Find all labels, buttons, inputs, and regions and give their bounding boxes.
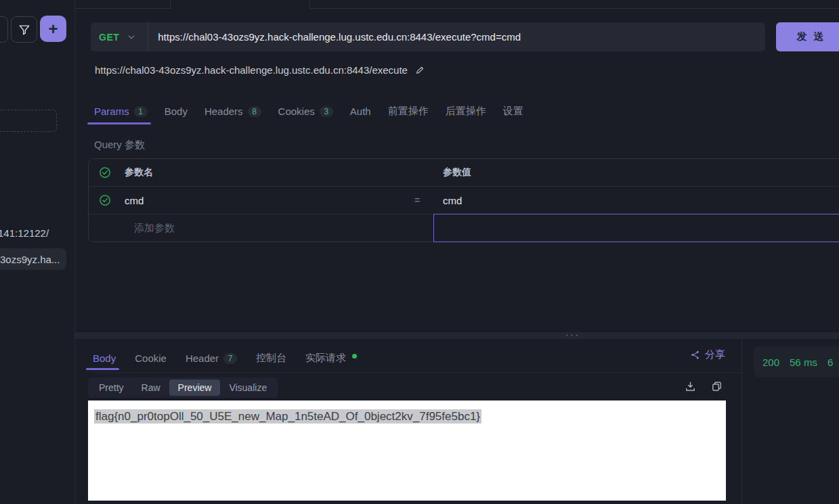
query-params-table: 参数名 参数值 cmd = cmd 添加参数 xyxy=(88,158,839,242)
resolved-url-row: https://chal03-43ozs9yz.hack-challenge.l… xyxy=(95,64,425,76)
add-param-placeholder[interactable]: 添加参数 xyxy=(121,222,424,235)
response-body-preview[interactable]: flag{n0_pr0topOll_50_U5E_new_Map_1n5teAD… xyxy=(88,400,726,501)
param-name-cell[interactable]: cmd xyxy=(121,195,414,206)
filter-icon xyxy=(18,24,30,36)
view-mode-pretty[interactable]: Pretty xyxy=(90,380,133,396)
resp-tab-console[interactable]: 控制台 xyxy=(256,352,286,365)
response-time: 56 ms xyxy=(790,357,817,368)
table-header-row: 参数名 参数值 xyxy=(89,159,839,187)
tab-post-actions[interactable]: 后置操作 xyxy=(446,105,486,118)
response-actions xyxy=(685,381,723,392)
tab-settings[interactable]: 设置 xyxy=(503,105,523,118)
check-circle-icon[interactable] xyxy=(99,166,111,179)
status-code: 200 xyxy=(762,357,779,368)
response-panel: Body Cookie Header 7 控制台 实际请求 分享 Pretty … xyxy=(75,339,742,504)
header-count-badge: 7 xyxy=(223,353,237,364)
selected-response-text: flag{n0_pr0topOll_50_U5E_new_Map_1n5teAD… xyxy=(94,409,481,423)
share-label: 分享 xyxy=(705,348,725,361)
add-param-row: 添加参数 xyxy=(89,214,839,242)
tab-body[interactable]: Body xyxy=(165,106,188,117)
tab-headers[interactable]: Headers 8 xyxy=(205,106,261,117)
request-tab-edge-right[interactable] xyxy=(310,0,839,9)
url-bar: GET xyxy=(91,22,765,51)
status-pill: 200 56 ms 6 xyxy=(754,346,839,377)
response-size: 6 xyxy=(827,357,833,368)
view-mode-preview[interactable]: Preview xyxy=(169,380,221,396)
filter-button[interactable] xyxy=(11,16,37,43)
edit-pencil-icon[interactable] xyxy=(414,65,425,76)
tab-auth[interactable]: Auth xyxy=(350,106,371,117)
table-row: cmd = cmd xyxy=(89,187,839,214)
send-button[interactable]: 发 送 xyxy=(776,22,839,51)
url-input[interactable] xyxy=(148,22,765,51)
add-button[interactable]: + xyxy=(40,16,66,42)
method-select[interactable]: GET xyxy=(91,22,148,51)
sidebar-item-selected[interactable]: 3ozs9yz.ha... xyxy=(0,248,66,270)
request-tab-active-edge[interactable] xyxy=(170,0,310,9)
plus-icon: + xyxy=(48,20,58,39)
resp-tab-header[interactable]: Header 7 xyxy=(186,352,237,364)
sidebar: + 141:12122/ 3ozs9yz.ha... xyxy=(0,0,75,504)
resp-tab-actual-request[interactable]: 实际请求 xyxy=(305,352,357,365)
method-label: GET xyxy=(99,32,119,43)
tab-cookies[interactable]: Cookies 3 xyxy=(278,106,333,117)
check-circle-icon[interactable] xyxy=(99,194,111,206)
response-tabs: Body Cookie Header 7 控制台 实际请求 xyxy=(93,344,741,373)
splitter-handle-icon: ··· xyxy=(565,329,580,340)
response-meta-panel: 200 56 ms 6 xyxy=(743,339,839,504)
sidebar-item-truncated[interactable]: 141:12122/ xyxy=(0,227,49,239)
tab-pre-actions[interactable]: 前置操作 xyxy=(388,105,429,118)
request-tabs: Params 1 Body Headers 8 Cookies 3 Auth 前… xyxy=(94,99,523,124)
column-header-name: 参数名 xyxy=(121,166,414,179)
response-text-line: flag{n0_pr0topOll_50_U5E_new_Map_1n5teAD… xyxy=(94,410,726,423)
column-header-value: 参数值 xyxy=(442,166,839,179)
resp-tab-cookie[interactable]: Cookie xyxy=(135,352,167,364)
cookies-count-badge: 3 xyxy=(320,106,333,117)
view-mode-visualize[interactable]: Visualize xyxy=(220,380,276,396)
tab-params[interactable]: Params 1 xyxy=(94,106,148,117)
drop-placeholder xyxy=(0,110,57,132)
share-icon xyxy=(690,350,700,360)
equals-sign: = xyxy=(414,195,442,206)
partial-button[interactable] xyxy=(0,16,8,43)
copy-icon[interactable] xyxy=(711,381,723,392)
param-value-input-focused[interactable] xyxy=(433,214,839,242)
params-count-badge: 1 xyxy=(134,106,148,117)
share-button[interactable]: 分享 xyxy=(690,348,725,361)
resp-tab-body[interactable]: Body xyxy=(93,352,116,364)
download-icon[interactable] xyxy=(685,381,696,392)
query-params-label: Query 参数 xyxy=(94,139,145,152)
headers-count-badge: 8 xyxy=(248,106,261,117)
param-value-cell[interactable]: cmd xyxy=(442,195,839,206)
status-dot xyxy=(352,354,357,359)
pane-splitter[interactable]: ··· xyxy=(75,332,839,339)
resolved-url: https://chal03-43ozs9yz.hack-challenge.l… xyxy=(95,64,408,76)
view-mode-raw[interactable]: Raw xyxy=(133,380,169,396)
chevron-down-icon xyxy=(127,33,135,41)
request-tab-edge-left[interactable] xyxy=(75,0,170,9)
view-mode-switcher: Pretty Raw Preview Visualize xyxy=(88,377,278,398)
